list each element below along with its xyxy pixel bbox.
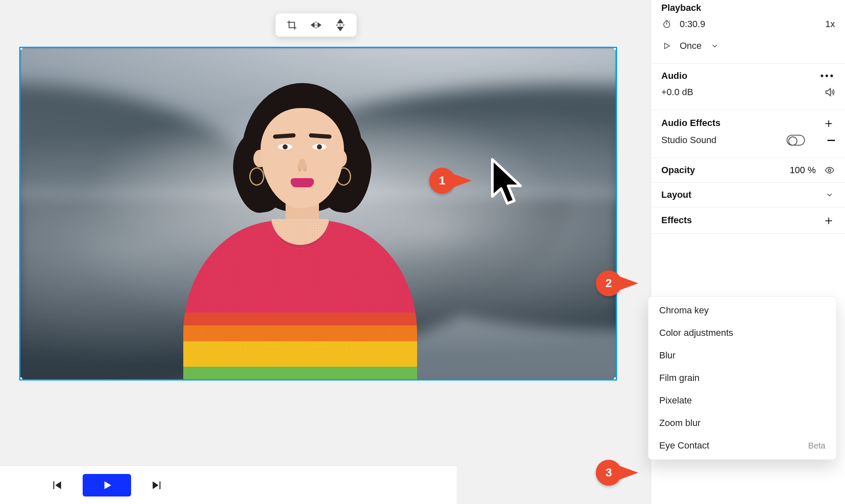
crop-flip-toolbar bbox=[276, 13, 357, 37]
section-title: Audio Effects bbox=[661, 118, 721, 129]
play-button[interactable] bbox=[83, 474, 131, 496]
studio-sound-toggle[interactable] bbox=[787, 135, 805, 146]
flip-vertical-icon bbox=[335, 20, 346, 30]
effect-option-eye-contact[interactable]: Eye Contact Beta bbox=[648, 434, 836, 457]
canvas-area: 1 bbox=[0, 0, 651, 504]
flip-horizontal-icon bbox=[311, 20, 321, 30]
menu-label: Chroma key bbox=[659, 305, 709, 316]
crop-icon bbox=[286, 20, 297, 30]
play-outline-icon bbox=[661, 40, 672, 51]
resize-handle-top-right[interactable] bbox=[614, 47, 617, 50]
svg-rect-5 bbox=[343, 25, 344, 25]
section-title: Layout bbox=[661, 189, 691, 200]
playback-speed[interactable]: 1x bbox=[825, 19, 835, 30]
eye-icon[interactable] bbox=[824, 165, 835, 176]
svg-rect-2 bbox=[316, 27, 316, 28]
stopwatch-icon bbox=[661, 19, 672, 30]
svg-rect-3 bbox=[336, 25, 338, 25]
playback-section: Playback 0:30.9 1x Once bbox=[651, 0, 845, 64]
effect-option-pixelate[interactable]: Pixelate bbox=[648, 389, 836, 412]
menu-label: Zoom blur bbox=[659, 418, 701, 428]
flip-horizontal-button[interactable] bbox=[305, 16, 327, 34]
studio-sound-row: Studio Sound bbox=[661, 129, 835, 151]
layout-section[interactable]: Layout bbox=[651, 183, 845, 207]
section-title: Effects bbox=[661, 215, 692, 226]
section-title: Opacity bbox=[661, 165, 695, 176]
playback-time: 0:30.9 bbox=[680, 19, 705, 30]
svg-rect-4 bbox=[339, 25, 341, 25]
loop-mode-label: Once bbox=[680, 40, 702, 51]
cursor-icon bbox=[488, 158, 524, 209]
next-frame-button[interactable] bbox=[145, 474, 168, 496]
effects-section: Effects ＋ bbox=[651, 207, 845, 234]
menu-label: Eye Contact bbox=[659, 440, 709, 451]
effects-dropdown: Chroma key Color adjustments Blur Film g… bbox=[648, 296, 837, 460]
annotation-marker-1: 1 bbox=[429, 168, 472, 193]
effect-option-color-adjustments[interactable]: Color adjustments bbox=[648, 322, 836, 344]
menu-label: Film grain bbox=[659, 373, 700, 383]
chevron-down-icon bbox=[824, 189, 835, 200]
opacity-value[interactable]: 100 % bbox=[790, 165, 816, 176]
annotation-marker-2: 2 bbox=[596, 270, 638, 295]
annotation-marker-3: 3 bbox=[596, 460, 638, 485]
effect-option-film-grain[interactable]: Film grain bbox=[648, 367, 836, 389]
audio-effect-label: Studio Sound bbox=[661, 135, 716, 146]
playback-bar bbox=[0, 466, 457, 504]
playback-time-row[interactable]: 0:30.9 1x bbox=[661, 13, 835, 35]
flip-vertical-button[interactable] bbox=[329, 16, 351, 34]
menu-label: Pixelate bbox=[659, 395, 692, 406]
resize-handle-bottom-left[interactable] bbox=[19, 377, 23, 381]
speaker-icon[interactable] bbox=[824, 87, 835, 98]
effect-option-chroma-key[interactable]: Chroma key bbox=[648, 299, 836, 322]
preview-subject bbox=[183, 62, 417, 379]
more-icon[interactable]: ••• bbox=[820, 71, 835, 81]
section-title: Audio bbox=[661, 71, 687, 81]
audio-gain-row[interactable]: +0.0 dB bbox=[661, 81, 835, 103]
add-effect-button[interactable]: ＋ bbox=[822, 214, 835, 227]
svg-rect-6 bbox=[53, 481, 54, 489]
add-audio-effect-button[interactable]: ＋ bbox=[822, 117, 835, 129]
crop-button[interactable] bbox=[281, 16, 303, 34]
audio-section: Audio ••• +0.0 dB bbox=[651, 64, 845, 110]
resize-handle-bottom-right[interactable] bbox=[614, 377, 617, 381]
svg-rect-0 bbox=[316, 21, 316, 23]
video-preview[interactable] bbox=[19, 47, 617, 381]
svg-point-9 bbox=[828, 169, 831, 171]
chevron-down-icon bbox=[709, 40, 720, 51]
audio-gain-value: +0.0 dB bbox=[661, 87, 693, 98]
playback-loop-row[interactable]: Once bbox=[661, 35, 835, 57]
beta-badge: Beta bbox=[808, 441, 825, 451]
svg-rect-1 bbox=[316, 24, 316, 25]
effect-option-blur[interactable]: Blur bbox=[648, 344, 836, 367]
prev-frame-button[interactable] bbox=[46, 474, 68, 496]
effect-option-zoom-blur[interactable]: Zoom blur bbox=[648, 412, 836, 434]
menu-label: Blur bbox=[659, 350, 675, 361]
svg-rect-7 bbox=[159, 481, 160, 489]
remove-audio-effect-button[interactable] bbox=[827, 140, 835, 141]
menu-label: Color adjustments bbox=[659, 328, 733, 338]
opacity-section: Opacity 100 % bbox=[651, 158, 845, 183]
audio-effects-section: Audio Effects ＋ Studio Sound bbox=[651, 110, 845, 158]
section-title: Playback bbox=[661, 3, 701, 13]
